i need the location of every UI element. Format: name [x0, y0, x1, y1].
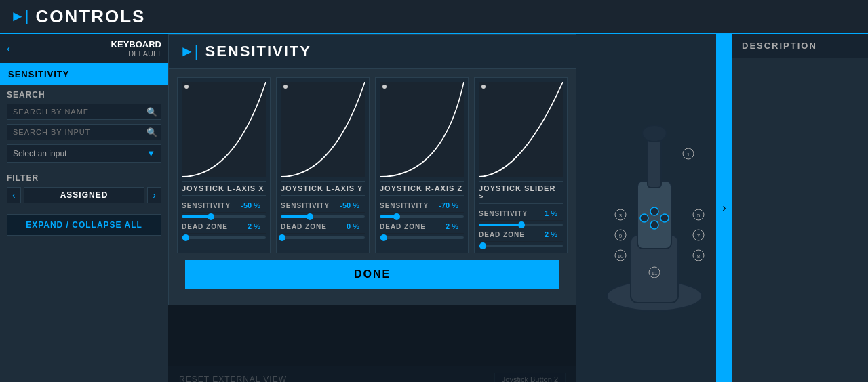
svg-text:10: 10: [618, 253, 624, 259]
curve-canvas-r-axis-z: [380, 82, 464, 177]
sensitivity-tab[interactable]: SENSITIVITY: [0, 64, 168, 85]
deadzone-thumb-3: [479, 242, 486, 249]
curve-canvas-l-axis-y: [281, 82, 365, 177]
filter-right-arrow[interactable]: ›: [147, 187, 161, 203]
description-panel: DESCRIPTION: [732, 34, 868, 382]
select-input-text: Select an input: [13, 149, 146, 158]
svg-text:9: 9: [619, 233, 623, 239]
description-label: DE: [742, 41, 757, 51]
done-button[interactable]: DONE: [185, 260, 559, 289]
search-input-icon: 🔍: [146, 127, 157, 137]
svg-point-5: [640, 214, 648, 222]
deadzone-thumb-1: [279, 234, 285, 241]
dot-indicator: [481, 85, 486, 89]
dot-indicator: [382, 85, 387, 89]
deadzone-thumb-2: [380, 234, 387, 241]
keyboard-label: KEYBOARD: [10, 39, 161, 49]
curve-card-l-axis-y: JOYSTICK L-AXIS Y SENSITIVITY -50 % DEAD…: [276, 77, 370, 253]
select-input-wrap[interactable]: Select an input ▼: [7, 144, 161, 163]
curves-row: JOYSTICK L-AXIS X SENSITIVITY -50 % DEAD…: [177, 77, 568, 253]
svg-text:7: 7: [697, 233, 701, 239]
deadzone-slider-0[interactable]: [182, 236, 266, 239]
search-name-icon: 🔍: [146, 107, 157, 117]
sidebar-nav: ‹ KEYBOARD DEFAULT: [0, 34, 168, 64]
deadzone-value-0: 2 %: [233, 222, 260, 230]
curve-card-l-axis-x: JOYSTICK L-AXIS X SENSITIVITY -50 % DEAD…: [177, 77, 271, 253]
deadzone-row-1: DEAD ZONE 0 %: [281, 219, 365, 234]
svg-text:3: 3: [619, 213, 623, 219]
curve-canvas-slider: [479, 82, 563, 177]
sensitivity-slider-0[interactable]: [182, 215, 266, 218]
deadzone-value-2: 2 %: [431, 222, 458, 230]
deadzone-row-2: DEAD ZONE 2 %: [380, 219, 464, 234]
dot-indicator: [184, 85, 189, 89]
search-by-name-wrap: 🔍: [7, 104, 161, 120]
sensitivity-label-0: SENSITIVITY: [182, 202, 233, 209]
controls-icon: ►|: [10, 7, 29, 25]
filter-section: FILTER ‹ ASSIGNED ›: [0, 168, 168, 209]
search-label: SEARCH: [7, 90, 161, 100]
curve-svg-l-axis-x: [182, 82, 266, 177]
svg-point-8: [650, 221, 658, 229]
deadzone-slider-1[interactable]: [281, 236, 365, 239]
svg-text:8: 8: [697, 253, 701, 259]
sensitivity-slider-2[interactable]: [380, 215, 464, 218]
search-by-input-wrap: 🔍: [7, 124, 161, 140]
sensitivity-slider-1[interactable]: [281, 215, 365, 218]
expand-collapse-button[interactable]: EXPAND / COLLAPSE ALL: [7, 214, 161, 236]
curve-svg-slider: [479, 82, 563, 177]
deadzone-slider-2[interactable]: [380, 236, 464, 239]
sidebar-nav-content: KEYBOARD DEFAULT: [10, 39, 161, 58]
sensitivity-row-2: SENSITIVITY -70 %: [380, 198, 464, 213]
sensitivity-thumb-2: [393, 213, 400, 220]
curve-title-l-axis-y: JOYSTICK L-AXIS Y: [281, 181, 365, 196]
sensitivity-label-3: SENSITIVITY: [479, 210, 530, 217]
joystick-area: 1 5 3 7 9 8 10 11 ›: [576, 34, 732, 382]
default-label: DEFAULT: [10, 49, 161, 58]
sensitivity-row-1: SENSITIVITY -50 %: [281, 198, 365, 213]
dot-indicator: [283, 85, 288, 89]
sensitivity-value-3: 1 %: [530, 209, 557, 217]
sensitivity-fill-1: [281, 215, 310, 218]
search-by-name-input[interactable]: [7, 104, 161, 120]
curve-title-r-axis-z: JOYSTICK R-AXIS Z: [380, 181, 464, 196]
modal-body: JOYSTICK L-AXIS X SENSITIVITY -50 % DEAD…: [169, 69, 576, 305]
sensitivity-value-2: -70 %: [431, 201, 458, 209]
description-header: DESCRIPTION: [732, 34, 868, 58]
curve-card-r-axis-z: JOYSTICK R-AXIS Z SENSITIVITY -70 % DEAD…: [375, 77, 469, 253]
description-label-2: SCRIPTION: [757, 41, 817, 51]
filter-left-arrow[interactable]: ‹: [7, 187, 21, 203]
sensitivity-modal: ►| SENSITIVITY JOY: [168, 34, 576, 305]
svg-text:11: 11: [652, 270, 658, 276]
svg-text:5: 5: [697, 213, 701, 219]
sensitivity-fill-3: [479, 224, 521, 226]
deadzone-label-3: DEAD ZONE: [479, 231, 530, 238]
modal-header: ►| SENSITIVITY: [169, 35, 576, 69]
search-by-input-input[interactable]: [7, 124, 161, 140]
main-layout: ‹ KEYBOARD DEFAULT SENSITIVITY SEARCH 🔍 …: [0, 34, 868, 382]
sidebar: ‹ KEYBOARD DEFAULT SENSITIVITY SEARCH 🔍 …: [0, 34, 168, 382]
curve-svg-r-axis-z: [380, 82, 464, 177]
deadzone-row-0: DEAD ZONE 2 %: [182, 219, 266, 234]
svg-point-4: [642, 125, 667, 142]
deadzone-value-3: 2 %: [530, 230, 557, 238]
deadzone-thumb-0: [182, 234, 189, 241]
top-bar: ►| CONTROLS: [0, 0, 868, 34]
deadzone-slider-3[interactable]: [479, 245, 563, 247]
curve-title-slider: JOYSTICK SLIDER >: [479, 181, 563, 204]
curve-card-slider: JOYSTICK SLIDER > SENSITIVITY 1 % DEAD Z…: [474, 77, 568, 253]
search-section: SEARCH 🔍 🔍 Select an input ▼: [0, 85, 168, 168]
sensitivity-slider-3[interactable]: [479, 224, 563, 226]
deadzone-label-1: DEAD ZONE: [281, 223, 332, 230]
sensitivity-row-0: SENSITIVITY -50 %: [182, 198, 266, 213]
svg-point-6: [650, 207, 658, 215]
right-arrow-button[interactable]: ›: [716, 34, 732, 382]
main-content: RESET EXTERNAL VIEW Joystick Button 2 EX…: [168, 34, 576, 382]
deadzone-label-2: DEAD ZONE: [380, 223, 431, 230]
sensitivity-fill-0: [182, 215, 211, 218]
modal-icon: ►|: [180, 43, 199, 60]
filter-row: ‹ ASSIGNED ›: [7, 187, 161, 203]
sensitivity-row-3: SENSITIVITY 1 %: [479, 207, 563, 221]
svg-text:1: 1: [687, 152, 690, 158]
deadzone-row-3: DEAD ZONE 2 %: [479, 228, 563, 242]
